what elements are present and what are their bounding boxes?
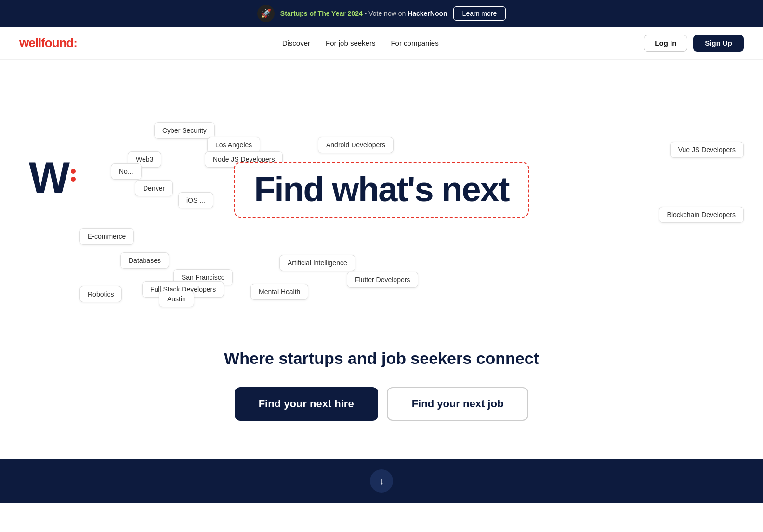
floating-tag[interactable]: Artificial Intelligence <box>279 255 355 271</box>
floating-tag[interactable]: Mental Health <box>250 284 308 300</box>
floating-tag[interactable]: Denver <box>135 180 173 196</box>
floating-tag[interactable]: Cyber Security <box>154 122 215 139</box>
nav-actions: Log In Sign Up <box>644 35 744 52</box>
floating-tag[interactable]: Vue JS Developers <box>670 142 744 158</box>
banner-text: Startups of The Year 2024 - Vote now on … <box>280 10 447 17</box>
hero-headline-wrapper: Find what's next <box>234 162 529 218</box>
floating-tag[interactable]: Web3 <box>128 151 161 168</box>
nav-discover[interactable]: Discover <box>282 39 310 47</box>
signup-button[interactable]: Sign Up <box>693 35 744 52</box>
floating-tag[interactable]: Blockchain Developers <box>659 207 744 223</box>
floating-tag[interactable]: San Francisco <box>173 269 233 285</box>
floating-tag[interactable]: iOS ... <box>178 192 213 208</box>
floating-tag[interactable]: Databases <box>120 252 169 269</box>
learn-more-button[interactable]: Learn more <box>453 6 506 21</box>
hero-section: Cyber SecurityLos AngelesNode JS Develop… <box>0 60 763 320</box>
cta-section: Where startups and job seekers connect F… <box>0 320 763 459</box>
bottom-scroll: ↓ <box>0 459 763 503</box>
logo: wellfound: <box>19 36 77 51</box>
floating-tag[interactable]: Robotics <box>79 286 122 302</box>
hero-headline: Find what's next <box>254 171 509 208</box>
banner-icon: 🚀 <box>257 5 275 22</box>
floating-tag[interactable]: Flutter Developers <box>347 272 418 288</box>
floating-tag[interactable]: Android Developers <box>318 137 394 153</box>
nav-companies[interactable]: For companies <box>391 39 438 47</box>
navbar: wellfound: Discover For job seekers For … <box>0 27 763 60</box>
floating-tag[interactable]: No... <box>111 163 142 180</box>
dot-2 <box>71 177 76 182</box>
top-banner: 🚀 Startups of The Year 2024 - Vote now o… <box>0 0 763 27</box>
dot-1 <box>71 169 76 174</box>
floating-tag[interactable]: E-commerce <box>79 228 134 245</box>
hero-headline-box: Find what's next <box>234 162 529 218</box>
floating-tag[interactable]: Los Angeles <box>207 137 260 153</box>
find-job-button[interactable]: Find your next job <box>387 387 529 421</box>
find-hire-button[interactable]: Find your next hire <box>235 387 378 421</box>
login-button[interactable]: Log In <box>644 35 687 52</box>
nav-job-seekers[interactable]: For job seekers <box>326 39 375 47</box>
nav-links: Discover For job seekers For companies <box>282 39 439 47</box>
scroll-down-button[interactable]: ↓ <box>370 469 393 493</box>
logo-watermark: W <box>29 156 76 199</box>
floating-tag[interactable]: Austin <box>159 291 194 307</box>
cta-buttons: Find your next hire Find your next job <box>10 387 753 421</box>
floating-tag[interactable]: Full Stack Developers <box>142 281 224 298</box>
cta-subtitle: Where startups and job seekers connect <box>10 349 753 368</box>
